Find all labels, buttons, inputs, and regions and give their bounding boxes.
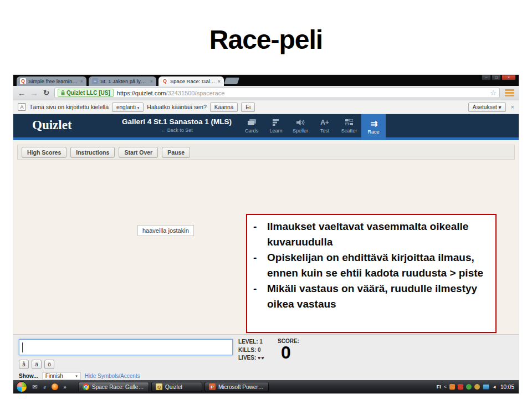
test-icon: A+ <box>320 119 329 126</box>
tab-label: St. 1 Jakten på lyckan <box>100 78 148 84</box>
language-indicator[interactable]: FI <box>437 384 441 390</box>
nav-item-scatter[interactable]: Scatter <box>337 114 361 137</box>
accent-o-umlaut-button[interactable]: ö <box>44 360 54 369</box>
network-icon[interactable] <box>483 384 489 390</box>
tray-app-icon[interactable] <box>449 384 455 390</box>
speaker-icon[interactable]: ◄ <box>492 385 497 390</box>
tray-app-icon[interactable] <box>474 384 480 390</box>
language-select[interactable]: Finnish ▾ <box>43 372 80 380</box>
pause-button[interactable]: Pause <box>162 147 190 158</box>
nav-item-learn[interactable]: Learn <box>264 114 288 137</box>
antivirus-tray-icon[interactable] <box>466 384 472 390</box>
decline-translate-button[interactable]: Ei <box>241 103 255 112</box>
back-icon[interactable]: ← <box>18 89 25 97</box>
annotation-bullet: - Mikäli vastaus on väärä, ruudulle ilme… <box>250 281 490 312</box>
lock-icon <box>61 90 65 95</box>
kills-value: 0 <box>258 347 261 353</box>
answer-input[interactable] <box>19 339 233 355</box>
maximize-button[interactable]: □ <box>492 75 501 80</box>
translate-button[interactable]: Käännä <box>210 103 238 112</box>
nav-label: Scatter <box>341 128 357 134</box>
firefox-icon[interactable] <box>51 383 59 391</box>
accent-a-umlaut-button[interactable]: ä <box>32 360 42 369</box>
translate-close-icon[interactable]: × <box>511 104 514 110</box>
language-row: Show... Finnish ▾ Hide Symbols/Accents <box>19 372 140 380</box>
start-over-button[interactable]: Start Over <box>119 147 158 158</box>
mail-icon[interactable]: ✉ <box>31 383 39 391</box>
nav-item-test[interactable]: A+ Test <box>313 114 337 137</box>
tray-expand-icon[interactable]: < <box>444 384 447 390</box>
hide-symbols-link[interactable]: Hide Symbols/Accents <box>85 373 140 379</box>
game-stats: LEVEL: 1 KILLS: 0 LIVES: ♥♥ <box>238 338 265 362</box>
scatter-icon <box>345 119 353 126</box>
translate-settings-button[interactable]: Asetukset ▾ <box>468 103 506 112</box>
quick-launch-overflow-icon[interactable]: » <box>61 383 69 391</box>
forward-icon[interactable]: → <box>30 89 38 97</box>
level-value: 1 <box>259 339 263 345</box>
high-scores-button[interactable]: High Scores <box>22 147 66 158</box>
ssl-badge[interactable]: Quizlet LLC [US] <box>58 89 114 97</box>
show-label: Show... <box>19 373 38 379</box>
url-text[interactable]: https://quizlet.com/32431500/spacerace <box>117 90 224 96</box>
powerpoint-icon: P <box>209 383 216 390</box>
quizlet-logo[interactable]: Quizlet <box>32 118 72 132</box>
learn-icon <box>273 119 280 126</box>
address-bar[interactable]: Quizlet LLC [US] https://quizlet.com/324… <box>54 88 500 98</box>
taskbar-button-chrome[interactable]: Space Race: Galleri 4... <box>78 382 149 392</box>
new-tab-button[interactable] <box>224 78 239 84</box>
browser-tab-3-active[interactable]: Q Space Race: Galleri 4 St.1 S × <box>158 76 224 86</box>
translate-language-select[interactable]: englanti ▾ <box>112 103 144 112</box>
browser-toolbar: ← → ↻ Quizlet LLC [US] https://quizlet.c… <box>13 86 519 100</box>
nav-item-cards[interactable]: Cards <box>239 114 264 137</box>
tab-label: Simple free learning tools <box>28 78 78 84</box>
browser-tab-2[interactable]: ≡ St. 1 Jakten på lyckan × <box>89 76 156 86</box>
tab-label: Space Race: Galleri 4 St.1 S <box>170 78 216 84</box>
browser-tab-1[interactable]: Q Simple free learning tools × <box>17 76 86 86</box>
chevron-down-icon: ▾ <box>137 106 140 110</box>
level-label: LEVEL: <box>238 339 258 345</box>
powerpoint-slide: Race-peli Q Simple free learning tools ×… <box>0 0 532 399</box>
taskbar-button-quizlet[interactable]: Q Quizlet <box>151 382 202 392</box>
tab-close-icon[interactable]: × <box>218 79 221 84</box>
taskbar-button-powerpoint[interactable]: P Microsoft PowerPoi... <box>204 382 269 392</box>
speller-speaker-icon <box>296 119 305 126</box>
site-favicon: ≡ <box>92 78 98 84</box>
clock[interactable]: 10:05 <box>500 384 514 390</box>
instructions-button[interactable]: Instructions <box>70 147 115 158</box>
nav-label: Race <box>367 129 379 135</box>
chrome-menu-icon[interactable] <box>505 89 514 96</box>
slide-title: Race-peli <box>0 24 532 55</box>
lives-label: LIVES: <box>238 355 256 361</box>
bookmark-star-icon[interactable]: ☆ <box>490 89 497 96</box>
nav-label: Learn <box>269 128 282 134</box>
annotation-box: - Ilmaukset vaeltavat vasemmalta oikeall… <box>246 214 497 333</box>
quizlet-favicon: Q <box>20 78 26 84</box>
bullet-dash: - <box>250 281 267 312</box>
browser-tab-bar: Q Simple free learning tools × ≡ St. 1 J… <box>13 75 519 86</box>
minimize-button[interactable]: – <box>482 75 491 80</box>
reload-icon[interactable]: ↻ <box>43 89 49 96</box>
close-button[interactable]: × <box>502 75 516 80</box>
windows-start-button[interactable] <box>16 381 27 392</box>
tab-close-icon[interactable]: × <box>150 79 153 84</box>
race-icon: ⇉ <box>371 120 377 127</box>
nav-item-race-active[interactable]: ⇉ Race <box>361 114 386 140</box>
quick-launch: ✉ e » <box>31 383 69 391</box>
translate-question: Haluatko kääntää sen? <box>147 104 206 110</box>
window-controls: – □ × <box>482 75 516 80</box>
cards-icon <box>248 119 256 126</box>
tab-close-icon[interactable]: × <box>80 79 83 84</box>
back-to-set-link[interactable]: ← Back to Set <box>96 127 257 133</box>
nav-item-speller[interactable]: Speller <box>288 114 313 137</box>
set-title: Galleri 4 St.1 Sanastoa 1 (MLS) <box>96 117 257 126</box>
translate-icon: A <box>18 103 26 111</box>
accent-a-ring-button[interactable]: å <box>19 360 29 369</box>
game-toolbar: High Scores Instructions Start Over Paus… <box>17 145 515 160</box>
chevron-down-icon: ▾ <box>75 374 78 378</box>
chrome-icon <box>83 383 89 390</box>
url-domain: https://quizlet.com <box>117 90 166 96</box>
set-header: Galleri 4 St.1 Sanastoa 1 (MLS) ← Back t… <box>96 117 257 133</box>
nav-label: Speller <box>293 128 308 134</box>
adobe-tray-icon[interactable] <box>458 384 463 390</box>
internet-explorer-icon[interactable]: e <box>41 383 49 391</box>
